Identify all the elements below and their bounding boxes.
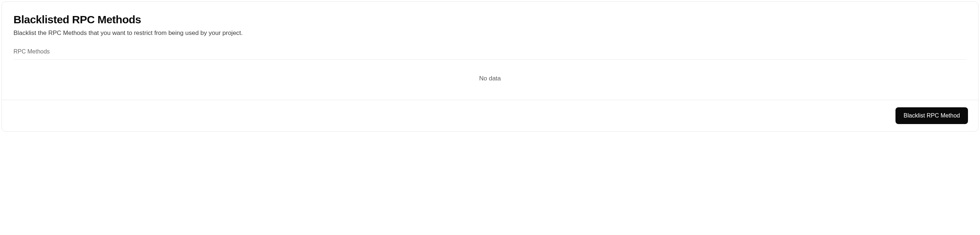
table-section: RPC Methods No data (2, 37, 978, 100)
table-body: No data (13, 60, 967, 91)
blacklisted-rpc-methods-card: Blacklisted RPC Methods Blacklist the RP… (2, 2, 978, 132)
card-footer: Blacklist RPC Method (2, 100, 978, 131)
empty-state-text: No data (479, 75, 501, 82)
card-header: Blacklisted RPC Methods Blacklist the RP… (2, 2, 978, 37)
blacklist-rpc-method-button[interactable]: Blacklist RPC Method (896, 107, 968, 124)
card-title: Blacklisted RPC Methods (13, 13, 967, 26)
table-column-header: RPC Methods (13, 48, 967, 60)
card-description: Blacklist the RPC Methods that you want … (13, 30, 967, 37)
